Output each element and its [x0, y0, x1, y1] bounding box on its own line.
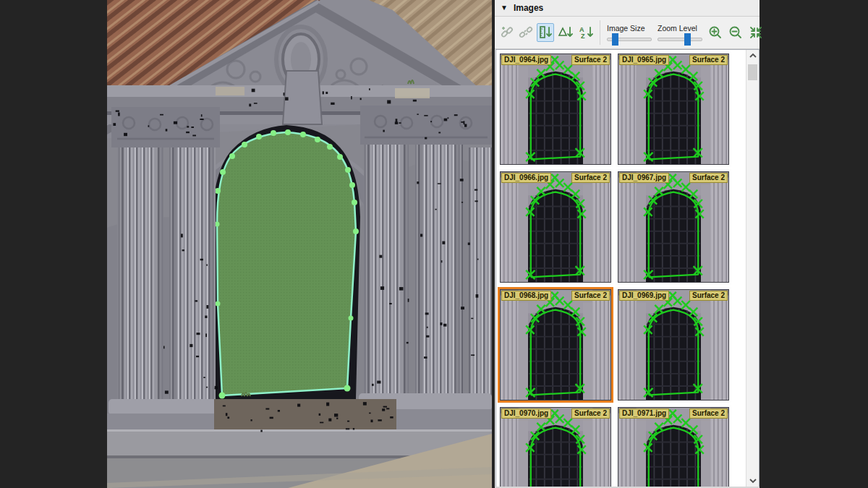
facade-render — [107, 0, 492, 488]
sort-by-angle-icon — [558, 25, 574, 40]
fit-view-button[interactable] — [747, 23, 765, 42]
svg-text:Z: Z — [581, 33, 585, 40]
image-size-control: Image Size — [607, 24, 652, 41]
image-size-slider[interactable] — [607, 38, 652, 41]
toolbar-separator — [600, 20, 600, 45]
vertical-scrollbar[interactable] — [746, 50, 759, 487]
collapse-arrow-icon[interactable]: ▼ — [501, 4, 508, 12]
scroll-up-button[interactable] — [746, 50, 759, 61]
zoom-out-icon — [728, 25, 744, 40]
detach-markers-button[interactable] — [518, 23, 534, 42]
zoom-level-slider-thumb[interactable] — [684, 33, 691, 46]
panel-title: Images — [514, 3, 543, 13]
thumbnail-area: DJI_0964.jpg Surface 2 — [495, 49, 760, 487]
chevron-down-icon — [749, 478, 757, 484]
thumbnail-surface-badge: Surface 2 — [689, 291, 728, 301]
thumbnail-filename-badge: DJI_0969.jpg — [619, 291, 669, 301]
sort-by-angle-button[interactable] — [557, 23, 574, 42]
thumbnail-photo — [500, 53, 611, 165]
image-thumbnail[interactable]: DJI_0970.jpg Surface 2 — [498, 405, 613, 487]
image-thumbnail[interactable]: DJI_0966.jpg Surface 2 — [498, 169, 613, 285]
thumbnail-filename-badge: DJI_0967.jpg — [619, 173, 669, 183]
thumbnail-surface-badge: Surface 2 — [689, 173, 728, 183]
zoom-level-label: Zoom Level — [658, 24, 702, 33]
thumbnail-surface-badge: Surface 2 — [571, 291, 610, 301]
selection-polygon[interactable] — [215, 129, 359, 399]
sort-alphabetical-button[interactable]: A Z — [577, 23, 595, 42]
keystone — [283, 71, 322, 124]
collapse-arrows-icon — [748, 25, 764, 40]
zoom-in-button[interactable] — [707, 23, 724, 42]
link-attach-icon — [500, 25, 514, 40]
image-thumbnail[interactable]: DJI_0967.jpg Surface 2 — [616, 169, 731, 285]
image-size-label: Image Size — [607, 24, 652, 33]
model-viewport[interactable] — [107, 0, 492, 488]
image-thumbnail[interactable]: DJI_0965.jpg Surface 2 — [616, 51, 731, 167]
thumbnail-filename-badge: DJI_0971.jpg — [619, 408, 669, 419]
images-panel: ▼ Images — [495, 0, 760, 488]
thumbnail-filename-badge: DJI_0968.jpg — [501, 291, 551, 301]
attach-markers-button[interactable] — [499, 23, 515, 42]
thumbnail-photo — [618, 407, 729, 487]
thumbnail-surface-badge: Surface 2 — [571, 55, 610, 65]
zoom-in-icon — [707, 25, 723, 40]
image-thumbnail[interactable]: DJI_0969.jpg Surface 2 — [616, 287, 731, 403]
sort-by-size-button[interactable] — [537, 23, 554, 42]
zoom-out-button[interactable] — [727, 23, 744, 42]
zoom-level-slider[interactable] — [658, 38, 702, 41]
thumbnail-photo — [618, 171, 729, 283]
thumbnail-photo — [618, 289, 729, 401]
scrollbar-thumb[interactable] — [748, 64, 757, 80]
thumbnail-photo — [618, 53, 729, 165]
application-window: { "window": { "background_color": "#2424… — [0, 0, 868, 488]
image-thumbnail[interactable]: DJI_0964.jpg Surface 2 — [498, 51, 613, 167]
thumbnail-filename-badge: DJI_0964.jpg — [501, 55, 551, 65]
thumbnail-surface-badge: Surface 2 — [571, 408, 610, 419]
thumbnail-surface-badge: Surface 2 — [689, 408, 728, 419]
thumbnail-surface-badge: Surface 2 — [689, 55, 728, 65]
chevron-up-icon — [749, 53, 757, 59]
image-size-slider-thumb[interactable] — [612, 33, 618, 46]
thumbnail-photo — [500, 171, 611, 283]
image-thumbnail[interactable]: DJI_0971.jpg Surface 2 — [616, 405, 731, 487]
thumbnail-filename-badge: DJI_0965.jpg — [619, 55, 669, 65]
sort-alphabetical-icon: A Z — [578, 25, 594, 40]
sort-by-size-icon — [537, 25, 553, 40]
thumbnail-photo — [500, 407, 611, 487]
images-toolbar: A Z Image Size Zoom Level — [495, 17, 760, 49]
thumbnail-photo — [500, 289, 611, 401]
thumbnail-surface-badge: Surface 2 — [571, 173, 610, 183]
scroll-down-button[interactable] — [746, 475, 759, 487]
thumbnail-filename-badge: DJI_0966.jpg — [501, 173, 551, 183]
image-thumbnail[interactable]: DJI_0968.jpg Surface 2 — [498, 287, 613, 403]
link-detach-icon — [519, 25, 533, 40]
thumbnail-grid: DJI_0964.jpg Surface 2 — [496, 50, 746, 487]
thumbnail-filename-badge: DJI_0970.jpg — [501, 408, 551, 419]
zoom-level-control: Zoom Level — [658, 24, 702, 41]
images-panel-header[interactable]: ▼ Images — [495, 0, 760, 17]
